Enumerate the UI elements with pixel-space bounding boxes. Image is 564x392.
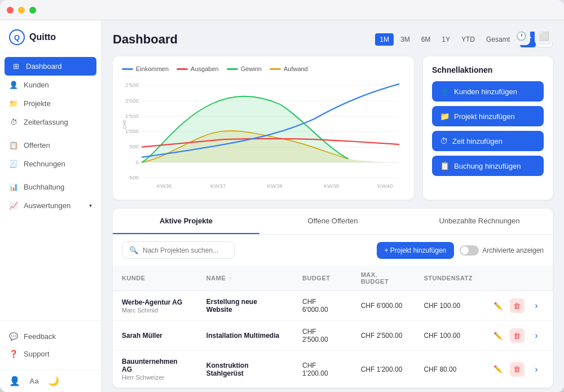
projects-table: KUNDE NAME ↑ BUDGET MAX. BUDGET STUNDENS… <box>113 266 553 387</box>
quick-btn-label: Zeit hinzufügen <box>452 137 503 146</box>
chart-card: Einkommen Ausgaben Gewinn Aufwand <box>113 56 414 200</box>
toolbar-right: + Projekt hinzufügen Archivierte anzeige… <box>377 242 544 259</box>
cell-budget-2: CHF 1'200.00 <box>293 351 352 388</box>
quick-add-customer-btn[interactable]: 👤 Kunden hinzufügen <box>432 81 544 102</box>
legend-einkommen: Einkommen <box>122 65 169 72</box>
tab-unbezahlte-rechnungen[interactable]: Unbezahlte Rechnungen <box>406 209 553 234</box>
row-actions-2: ✏️ 🗑 › <box>491 362 544 377</box>
svg-text:KW39: KW39 <box>324 183 339 189</box>
delete-btn-0[interactable]: 🗑 <box>510 298 525 313</box>
sidebar-item-feedback[interactable]: 💬 Feedback <box>0 328 101 345</box>
sort-arrow-name: ↑ <box>229 275 232 281</box>
col-budget: BUDGET <box>293 266 352 291</box>
row-actions-1: ✏️ 🗑 › <box>491 328 544 343</box>
sidebar-item-label: Projekte <box>24 99 51 108</box>
sidebar-bottom-bar: 👤 Aa 🌙 <box>0 369 101 392</box>
svg-text:-500: -500 <box>127 174 139 180</box>
sidebar-item-auswertungen[interactable]: 📈 Auswertungen ▾ <box>0 196 101 215</box>
buchhaltung-icon: 📊 <box>9 183 18 191</box>
contact-name-2: Herr Schweizer <box>122 374 188 381</box>
edit-btn-2[interactable]: ✏️ <box>491 362 505 377</box>
clock-icon-btn[interactable]: 🕐 <box>512 27 530 45</box>
minimize-btn[interactable] <box>18 7 25 14</box>
period-1m[interactable]: 1M <box>375 33 394 46</box>
sidebar-item-zeiterfassung[interactable]: ⏱ Zeiterfassung <box>0 113 101 131</box>
offerten-icon: 📋 <box>9 141 18 149</box>
tabs-row: Aktive Projekte Offene Offerten Unbezahl… <box>113 209 553 235</box>
svg-text:2'000: 2'000 <box>125 98 139 103</box>
goto-btn-0[interactable]: › <box>529 298 544 313</box>
edit-btn-0[interactable]: ✏️ <box>491 298 505 313</box>
quick-add-time-btn[interactable]: ⏱ Zeit hinzufügen <box>432 131 544 151</box>
sidebar-item-buchhaltung[interactable]: 📊 Buchhaltung <box>0 178 101 196</box>
export-icon-btn[interactable]: ⬜ <box>535 27 553 45</box>
goto-btn-2[interactable]: › <box>529 362 544 377</box>
cell-kunde-2: Bauunternehmen AG Herr Schweizer <box>113 351 197 388</box>
sidebar-item-support[interactable]: ❓ Support <box>0 345 101 363</box>
quick-btn-label: Projekt hinzufügen <box>454 112 515 121</box>
dark-mode-icon[interactable]: 🌙 <box>48 376 59 386</box>
sidebar-item-kunden[interactable]: 👤 Kunden <box>0 76 101 94</box>
legend-label-einkommen: Einkommen <box>136 65 169 72</box>
tab-offene-offerten[interactable]: Offene Offerten <box>259 209 406 234</box>
logo-icon: Q <box>9 29 25 45</box>
zeiterfassung-icon: ⏱ <box>9 118 18 126</box>
legend-aufwand: Aufwand <box>270 65 308 72</box>
svg-text:500: 500 <box>129 144 139 149</box>
svg-text:CHF: CHF <box>122 120 127 129</box>
language-icon[interactable]: Aa <box>29 377 39 385</box>
period-1y[interactable]: 1Y <box>437 33 455 46</box>
quick-btn-label: Buchung hinzufügen <box>454 162 521 170</box>
sidebar-item-dashboard[interactable]: ⊞ Dashboard <box>5 57 96 76</box>
sidebar-nav: ⊞ Dashboard 👤 Kunden 📁 Projekte ⏱ Zeiter… <box>0 52 101 320</box>
col-name: NAME ↑ <box>197 266 293 291</box>
goto-btn-1[interactable]: › <box>529 328 544 343</box>
quick-add-project-btn[interactable]: 📁 Projekt hinzufügen <box>432 106 544 126</box>
app-window: Q Quitto ⊞ Dashboard 👤 Kunden 📁 Projekte… <box>0 0 564 392</box>
cell-maxbudget-0: CHF 6'000.00 <box>352 291 415 321</box>
customer-name-2: Bauunternehmen AG <box>122 358 188 373</box>
archive-toggle-switch[interactable] <box>460 245 479 256</box>
quick-add-booking-btn[interactable]: 📋 Buchung hinzufügen <box>432 156 544 176</box>
cell-name-1: Installation Multimedia <box>197 321 293 351</box>
period-3m[interactable]: 3M <box>396 33 415 46</box>
sidebar-item-projekte[interactable]: 📁 Projekte <box>0 94 101 113</box>
sidebar-item-label: Auswertungen <box>24 201 70 210</box>
period-buttons: 1M 3M 6M 1Y YTD Gesamt <box>375 33 514 46</box>
legend-gewinn: Gewinn <box>227 65 262 72</box>
delete-btn-1[interactable]: 🗑 <box>510 328 525 343</box>
add-customer-icon: 👤 <box>440 87 450 96</box>
kunden-icon: 👤 <box>9 81 18 89</box>
app-body: Q Quitto ⊞ Dashboard 👤 Kunden 📁 Projekte… <box>0 20 564 392</box>
col-stundensatz: STUNDENSATZ <box>415 266 482 291</box>
projekte-icon: 📁 <box>9 99 18 108</box>
cell-actions-2: ✏️ 🗑 › <box>482 351 553 388</box>
period-6m[interactable]: 6M <box>417 33 435 46</box>
add-project-button[interactable]: + Projekt hinzufügen <box>377 242 455 259</box>
period-gesamt[interactable]: Gesamt <box>482 33 514 46</box>
auswertungen-icon: 📈 <box>9 201 18 210</box>
search-input[interactable] <box>143 246 227 254</box>
search-box[interactable]: 🔍 <box>122 241 235 259</box>
sidebar-item-label: Kunden <box>24 81 49 89</box>
chart-area: 2'500 2'000 1'500 1'000 500 0 -500 CHF <box>122 78 405 191</box>
cell-actions-0: ✏️ 🗑 › <box>482 291 553 321</box>
archive-label: Archivierte anzeigen <box>482 246 544 254</box>
project-name-1: Installation Multimedia <box>206 332 279 340</box>
user-profile-icon[interactable]: 👤 <box>9 376 20 386</box>
table-row: Werbe-Agentur AG Marc Schmid Erstellung … <box>113 291 553 321</box>
sidebar-item-offerten[interactable]: 📋 Offerten <box>0 136 101 155</box>
legend-ausgaben: Ausgaben <box>177 65 219 72</box>
maximize-btn[interactable] <box>29 7 36 14</box>
tab-aktive-projekte[interactable]: Aktive Projekte <box>113 209 259 234</box>
cell-budget-1: CHF 2'500.00 <box>293 321 352 351</box>
main-content: Dashboard 1M 3M 6M 1Y YTD Gesamt <box>102 20 564 392</box>
close-btn[interactable] <box>7 7 14 14</box>
add-booking-icon: 📋 <box>440 161 450 170</box>
period-ytd[interactable]: YTD <box>457 33 479 46</box>
edit-btn-1[interactable]: ✏️ <box>491 328 505 343</box>
sidebar-item-rechnungen[interactable]: 🧾 Rechnungen <box>0 155 101 173</box>
cell-kunde-1: Sarah Müller <box>113 321 197 351</box>
delete-btn-2[interactable]: 🗑 <box>510 362 525 377</box>
table-toolbar: 🔍 + Projekt hinzufügen Archivierte anzei… <box>113 235 553 266</box>
